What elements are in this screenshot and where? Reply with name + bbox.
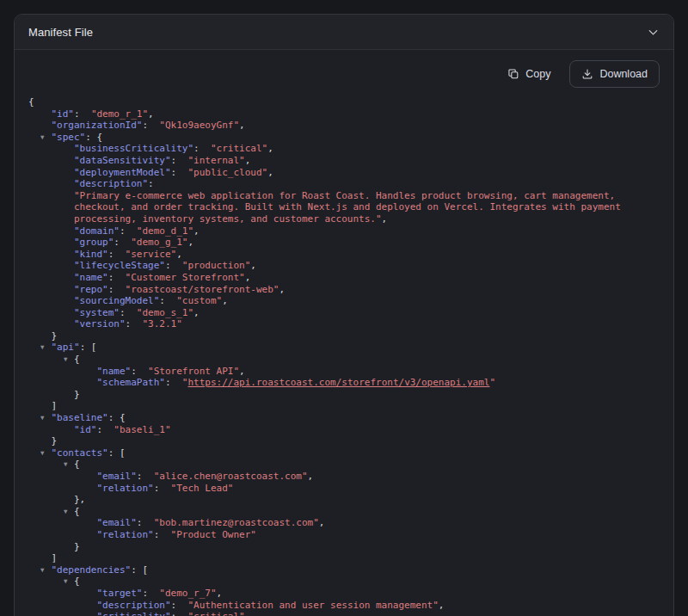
- whitespace: [28, 600, 96, 611]
- json-punct: :: [120, 225, 137, 237]
- collapse-toggle[interactable]: ▼: [64, 508, 68, 515]
- json-punct: }: [74, 389, 80, 400]
- json-punct: ,: [194, 225, 200, 237]
- json-code-viewer: { "id": "demo_r_1", "organizationId": "Q…: [28, 96, 660, 616]
- json-punct: ]: [52, 552, 58, 564]
- collapse-toggle[interactable]: ▼: [40, 415, 45, 422]
- copy-icon: [507, 68, 519, 80]
- whitespace: [28, 483, 96, 494]
- json-punct: ,: [239, 120, 245, 131]
- json-punct: :: [165, 260, 182, 271]
- manifest-file-header[interactable]: Manifest File: [15, 15, 673, 50]
- collapse-toggle[interactable]: ▼: [40, 133, 45, 141]
- json-string: "internal": [187, 155, 244, 166]
- json-key: "name": [96, 366, 131, 377]
- code-line: "kind": "service",: [28, 249, 660, 261]
- code-line: "domain": "demo_d_1",: [28, 225, 660, 237]
- code-line: "organizationId": "Qk1o9aeoyGnf",: [28, 120, 660, 132]
- whitespace: [28, 471, 96, 482]
- code-line: processing, inventory systems, and custo…: [28, 213, 660, 225]
- json-punct: ,: [148, 108, 154, 120]
- code-line: ]: [28, 552, 660, 564]
- json-string: "bob.martinez@roastcoast.com": [154, 517, 319, 528]
- whitespace: [46, 342, 52, 353]
- json-punct: : {: [108, 412, 126, 423]
- whitespace: [46, 447, 52, 459]
- json-punct: :: [148, 178, 154, 189]
- whitespace: [68, 354, 74, 365]
- whitespace: [28, 295, 74, 306]
- json-key: "version": [74, 318, 126, 330]
- collapse-toggle[interactable]: ▼: [40, 449, 45, 457]
- json-punct: :: [126, 318, 143, 330]
- copy-button[interactable]: Copy: [495, 60, 562, 88]
- json-string: "demo_r_1": [91, 108, 148, 120]
- manifest-file-card: Manifest File Copy: [14, 14, 674, 616]
- whitespace: [28, 120, 52, 131]
- chevron-down-icon[interactable]: [647, 26, 660, 39]
- download-icon: [581, 68, 593, 80]
- json-key: "relation": [96, 529, 153, 540]
- json-punct: :: [114, 237, 131, 248]
- json-key: "lifecycleStage": [74, 260, 165, 271]
- json-punct: ,: [194, 307, 200, 318]
- json-punct: ,: [217, 588, 223, 599]
- json-string: "demo_g_1": [131, 237, 187, 248]
- json-key: "organizationId": [52, 120, 143, 131]
- download-button[interactable]: Download: [569, 60, 660, 88]
- json-string: "Product Owner": [171, 529, 256, 540]
- json-key: "criticality": [96, 611, 170, 616]
- code-line: "system": "demo_s_1",: [28, 307, 660, 319]
- json-punct: }: [52, 330, 58, 342]
- whitespace: [28, 576, 63, 587]
- json-punct: :: [137, 471, 154, 482]
- whitespace: [28, 143, 74, 154]
- code-line: checkout, and order tracking. Built with…: [28, 201, 660, 213]
- code-line: "id": "baseli_1": [28, 424, 660, 436]
- whitespace: [28, 377, 96, 388]
- json-punct: : [: [131, 564, 148, 576]
- whitespace: [28, 330, 52, 342]
- json-punct: ,: [239, 366, 245, 377]
- schema-url-link[interactable]: https://api.roastcoast.com/storefront/v3…: [187, 377, 489, 388]
- collapse-toggle[interactable]: ▼: [40, 566, 45, 574]
- whitespace: [28, 318, 74, 330]
- json-punct: :: [96, 424, 114, 435]
- whitespace: [46, 412, 52, 423]
- json-string: "critical": [187, 611, 244, 616]
- collapse-toggle[interactable]: ▼: [64, 461, 68, 469]
- whitespace: [28, 506, 63, 517]
- json-punct: ,: [250, 260, 256, 271]
- json-punct: {: [74, 576, 80, 587]
- json-punct: ,: [279, 284, 285, 295]
- manifest-file-body: Copy Download { "id": "demo_r_1", "organ…: [15, 50, 673, 616]
- json-punct: : {: [85, 132, 102, 143]
- whitespace: [28, 494, 74, 505]
- json-punct: }: [52, 435, 58, 447]
- whitespace: [28, 611, 96, 616]
- json-key: "email": [96, 471, 136, 482]
- whitespace: [28, 108, 52, 120]
- json-punct: :: [171, 600, 188, 611]
- whitespace: [46, 132, 52, 143]
- code-line: {: [28, 96, 660, 108]
- collapse-toggle[interactable]: ▼: [64, 578, 68, 586]
- json-key: "relation": [96, 483, 153, 494]
- collapse-toggle[interactable]: ▼: [64, 356, 68, 364]
- json-key: "kind": [74, 249, 108, 260]
- code-line: "Primary e-commerce web application for …: [28, 190, 660, 202]
- json-key: "api": [52, 342, 80, 353]
- json-string: processing, inventory systems, and custo…: [74, 213, 382, 225]
- json-string: "Tech Lead": [171, 483, 234, 494]
- json-string: "service": [126, 249, 177, 260]
- json-key: "baseline": [52, 412, 108, 423]
- whitespace: [28, 237, 74, 248]
- json-punct: {: [74, 354, 80, 365]
- json-string: "Primary e-commerce web application for …: [74, 190, 615, 201]
- json-key: "dependencies": [52, 564, 132, 576]
- whitespace: [28, 447, 40, 459]
- json-punct: : [: [80, 342, 97, 353]
- json-key: "system": [74, 307, 120, 318]
- json-punct: ,: [176, 249, 182, 260]
- collapse-toggle[interactable]: ▼: [40, 344, 45, 352]
